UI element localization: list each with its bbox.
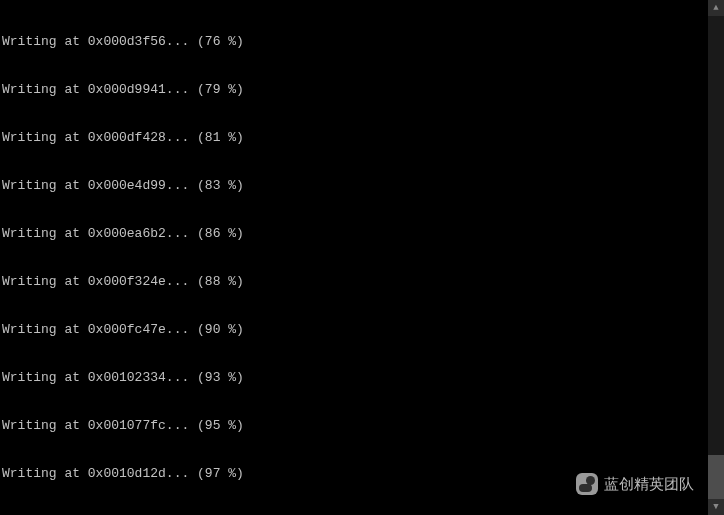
output-line: Writing at 0x000d3f56... (76 %)	[2, 34, 724, 50]
scroll-thumb[interactable]	[708, 455, 724, 499]
scroll-up-button[interactable]: ▲	[708, 0, 724, 16]
output-line: Writing at 0x000d9941... (79 %)	[2, 82, 724, 98]
chevron-down-icon: ▼	[713, 499, 718, 515]
scrollbar[interactable]: ▲ ▼	[708, 0, 724, 515]
chevron-up-icon: ▲	[713, 0, 718, 16]
terminal-output: Writing at 0x000d3f56... (76 %) Writing …	[0, 0, 724, 515]
scroll-down-button[interactable]: ▼	[708, 499, 724, 515]
watermark-text: 蓝创精英团队	[604, 476, 694, 492]
output-line: Writing at 0x000fc47e... (90 %)	[2, 322, 724, 338]
output-line: Writing at 0x000ea6b2... (86 %)	[2, 226, 724, 242]
output-line: Writing at 0x001077fc... (95 %)	[2, 418, 724, 434]
output-line: Writing at 0x00102334... (93 %)	[2, 370, 724, 386]
output-line: Writing at 0x000e4d99... (83 %)	[2, 178, 724, 194]
wechat-icon	[576, 473, 598, 495]
output-line: Writing at 0x000df428... (81 %)	[2, 130, 724, 146]
output-line: Writing at 0x000f324e... (88 %)	[2, 274, 724, 290]
watermark: 蓝创精英团队	[576, 473, 694, 495]
